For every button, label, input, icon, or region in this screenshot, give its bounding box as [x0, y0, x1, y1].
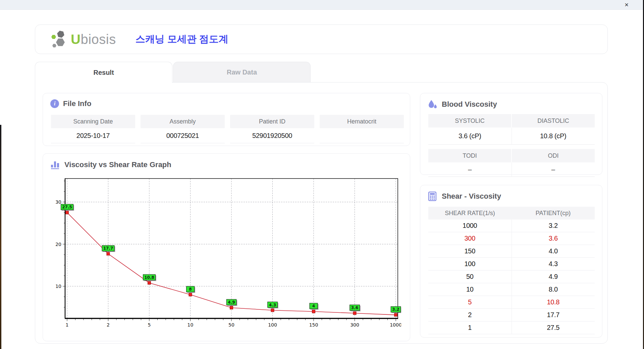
- bv-header-row: SYSTOLICDIASTOLIC: [428, 114, 595, 128]
- svg-text:1: 1: [66, 322, 69, 328]
- svg-text:10.8: 10.8: [144, 275, 154, 280]
- svg-text:10: 10: [55, 284, 61, 289]
- bv-value-cell: 10.8 (cP): [512, 128, 595, 145]
- graph-card: Viscosity vs Shear Rate Graph 3020101251…: [43, 153, 410, 341]
- svg-text:8: 8: [189, 287, 192, 292]
- svg-text:30: 30: [55, 199, 61, 205]
- shear-rate-cell: 1: [428, 321, 512, 334]
- svg-text:20: 20: [55, 242, 61, 247]
- shear-viscosity-card: Shear - Viscosity SHEAR RATE(1/s)PATIENT…: [420, 185, 602, 338]
- shear-rate-cell: 50: [428, 270, 512, 283]
- patient-cell: 8.0: [512, 283, 595, 296]
- droplet-icon: [428, 99, 438, 109]
- file-info-field: Scanning Date2025-10-17: [51, 115, 135, 143]
- patient-cell: 3.6: [512, 232, 595, 245]
- close-icon[interactable]: ×: [625, 1, 629, 9]
- svg-text:300: 300: [350, 322, 359, 328]
- table-row: 510.8: [428, 296, 595, 309]
- bv-header-cell: TODI: [428, 149, 512, 162]
- file-info-title: File Info: [63, 99, 91, 108]
- logo-wordmark: Ubiosis: [71, 33, 116, 46]
- bv-header-cell: DIASTOLIC: [512, 114, 595, 128]
- shear-viscosity-table: SHEAR RATE(1/s)PATIENT(cp)10003.23003.61…: [428, 207, 595, 334]
- bv-value-row: 3.6 (cP)10.8 (cP): [428, 128, 595, 145]
- patient-cell: 10.8: [512, 296, 595, 308]
- patient-cell: 27.5: [512, 321, 595, 334]
- svg-text:27.5: 27.5: [62, 205, 72, 209]
- viscosity-chart: 3020101251050100150300100027.517.710.884…: [52, 176, 401, 338]
- file-info-field: Assembly000725021: [141, 115, 225, 143]
- svg-text:100: 100: [268, 322, 277, 328]
- desktop-edge-left: [0, 125, 1, 349]
- patient-cell: 17.7: [512, 309, 595, 321]
- graph-title: Viscosity vs Shear Rate Graph: [64, 160, 171, 169]
- hexagon-cluster-icon: [51, 30, 68, 49]
- bv-value-cell: –: [428, 162, 512, 177]
- bv-header-row: TODIODI: [428, 149, 595, 162]
- file-info-field: Hematocrit: [320, 115, 404, 143]
- app-title: 스캐닝 모세관 점도계: [136, 33, 228, 46]
- field-label: Scanning Date: [51, 115, 135, 128]
- patient-cell: 4.0: [512, 245, 595, 257]
- svg-text:150: 150: [309, 322, 318, 328]
- field-value: 52901920500: [230, 128, 314, 143]
- shear-rate-cell: 1000: [428, 219, 512, 232]
- svg-text:4.3: 4.3: [269, 303, 276, 307]
- bv-value-row: ––: [428, 162, 595, 177]
- bv-value-cell: –: [512, 162, 595, 177]
- field-label: Assembly: [141, 115, 225, 128]
- svg-text:5: 5: [148, 322, 151, 328]
- ubiosis-logo: Ubiosis: [51, 30, 116, 49]
- shear-rate-cell: 2: [428, 309, 512, 321]
- blood-viscosity-table: SYSTOLICDIASTOLIC3.6 (cP)10.8 (cP)TODIOD…: [428, 114, 595, 177]
- result-panel: i File Info Scanning Date2025-10-17Assem…: [35, 82, 608, 344]
- bv-header-cell: SYSTOLIC: [428, 114, 512, 128]
- field-value: 2025-10-17: [51, 128, 135, 143]
- table-row: 127.5: [428, 321, 595, 334]
- file-info-fields: Scanning Date2025-10-17Assembly000725021…: [51, 115, 404, 143]
- tab-bar: ResultRaw Data: [35, 62, 311, 83]
- app-header: Ubiosis 스캐닝 모세관 점도계: [35, 24, 608, 54]
- table-row: 3003.6: [428, 232, 595, 245]
- patient-cell: 4.3: [512, 258, 595, 270]
- svg-text:4.9: 4.9: [228, 300, 235, 305]
- svg-text:3.6: 3.6: [351, 305, 358, 310]
- field-label: Hematocrit: [320, 115, 404, 128]
- sv-header-cell: SHEAR RATE(1/s): [428, 207, 512, 219]
- patient-cell: 4.9: [512, 270, 595, 283]
- shear-rate-cell: 100: [428, 258, 512, 270]
- svg-text:2: 2: [107, 322, 110, 328]
- info-icon: i: [50, 99, 59, 108]
- tab-result[interactable]: Result: [35, 62, 172, 83]
- blood-viscosity-title: Blood Viscosity: [442, 100, 497, 109]
- tab-raw-data[interactable]: Raw Data: [173, 62, 311, 82]
- svg-text:3.2: 3.2: [392, 307, 399, 312]
- shear-rate-cell: 5: [428, 296, 512, 308]
- bv-header-cell: ODI: [512, 149, 595, 162]
- field-value: 000725021: [141, 128, 225, 143]
- table-row: 1504.0: [428, 245, 595, 258]
- sv-header-row: SHEAR RATE(1/s)PATIENT(cp): [428, 207, 595, 219]
- tab-label: Result: [93, 69, 114, 77]
- calculator-icon: [428, 191, 438, 201]
- field-label: Patient ID: [230, 115, 314, 128]
- table-row: 108.0: [428, 283, 595, 296]
- file-info-field: Patient ID52901920500: [230, 115, 314, 143]
- shear-rate-cell: 150: [428, 245, 512, 257]
- shear-rate-cell: 10: [428, 283, 512, 296]
- svg-text:1000: 1000: [390, 322, 401, 328]
- blood-viscosity-card: Blood Viscosity SYSTOLICDIASTOLIC3.6 (cP…: [420, 93, 602, 175]
- tab-label: Raw Data: [227, 68, 257, 76]
- table-row: 504.9: [428, 270, 595, 283]
- file-info-card: i File Info Scanning Date2025-10-17Assem…: [43, 93, 410, 146]
- svg-text:50: 50: [228, 322, 234, 328]
- svg-text:4: 4: [312, 304, 315, 308]
- spacer: [428, 145, 595, 149]
- window-titlebar: ×: [0, 0, 644, 10]
- table-row: 217.7: [428, 309, 595, 321]
- bv-value-cell: 3.6 (cP): [428, 128, 512, 145]
- field-value: [320, 128, 404, 143]
- shear-viscosity-title: Shear - Viscosity: [442, 192, 501, 201]
- shear-rate-cell: 300: [428, 232, 512, 245]
- table-row: 10003.2: [428, 219, 595, 232]
